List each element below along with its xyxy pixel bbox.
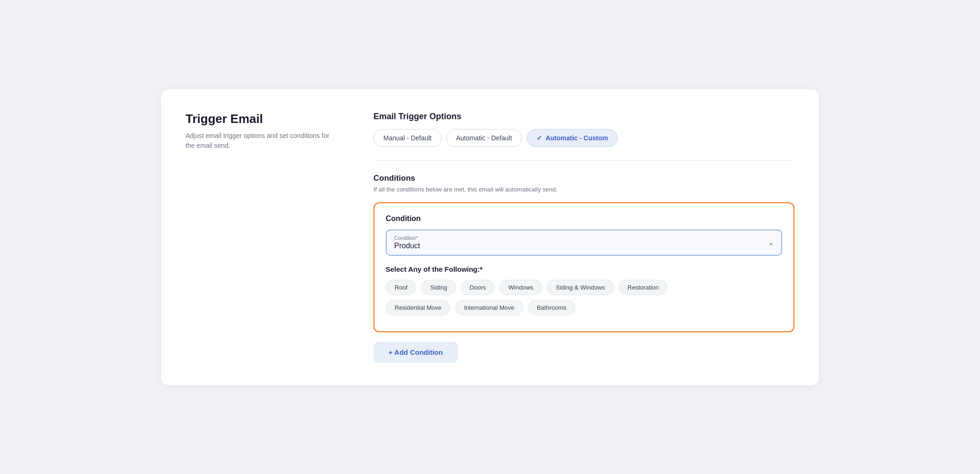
main-card: Trigger Email Adjust email trigger optio… [161, 89, 819, 385]
add-condition-button[interactable]: + Add Condition [373, 342, 458, 363]
trigger-options-title: Email Trigger Options [373, 112, 794, 122]
condition-dropdown-label: Condition* [394, 235, 774, 241]
trigger-automatic-custom[interactable]: ✓ Automatic - Custom [527, 129, 618, 147]
tag-bathrooms[interactable]: Bathrooms [528, 300, 576, 315]
chevron-down-icon: ⌄ [768, 239, 774, 246]
add-condition-label: + Add Condition [389, 348, 443, 356]
select-label: Select Any of the Following:* [386, 265, 782, 273]
tag-international-move[interactable]: International Move [455, 300, 523, 315]
condition-box-label: Condition [386, 214, 782, 223]
conditions-title: Conditions [373, 174, 794, 183]
trigger-options-section: Email Trigger Options Manual - Default A… [373, 112, 794, 147]
tag-siding-windows[interactable]: Siding & Windows [547, 280, 614, 295]
tag-siding[interactable]: Siding [421, 280, 456, 295]
trigger-automatic-default[interactable]: Automatic - Default [446, 129, 522, 147]
tag-restoration[interactable]: Restoration [619, 280, 668, 295]
tag-windows[interactable]: Windows [499, 280, 542, 295]
trigger-manual[interactable]: Manual - Default [373, 129, 442, 147]
condition-dropdown-value: Product [394, 242, 774, 250]
tags-row-1: Roof Siding Doors Windows Siding & Windo… [386, 280, 782, 295]
tag-roof[interactable]: Roof [386, 280, 416, 295]
trigger-options-group: Manual - Default Automatic - Default ✓ A… [373, 129, 794, 147]
tag-doors[interactable]: Doors [461, 280, 495, 295]
trigger-automatic-custom-label: Automatic - Custom [545, 134, 608, 142]
tags-row-2: Residential Move International Move Bath… [386, 300, 782, 315]
checkmark-icon: ✓ [537, 134, 542, 142]
divider [373, 160, 794, 161]
condition-dropdown[interactable]: Condition* Product ⌄ [386, 229, 782, 256]
page-description: Adjust email trigger options and set con… [186, 131, 336, 151]
conditions-subtitle: If all the conditions below are met, thi… [373, 186, 794, 193]
left-panel: Trigger Email Adjust email trigger optio… [186, 112, 336, 363]
page-title: Trigger Email [186, 112, 336, 126]
right-panel: Email Trigger Options Manual - Default A… [373, 112, 794, 363]
conditions-section: Conditions If all the conditions below a… [373, 174, 794, 363]
tag-residential-move[interactable]: Residential Move [386, 300, 451, 315]
condition-box: Condition Condition* Product ⌄ Select An… [373, 202, 794, 332]
